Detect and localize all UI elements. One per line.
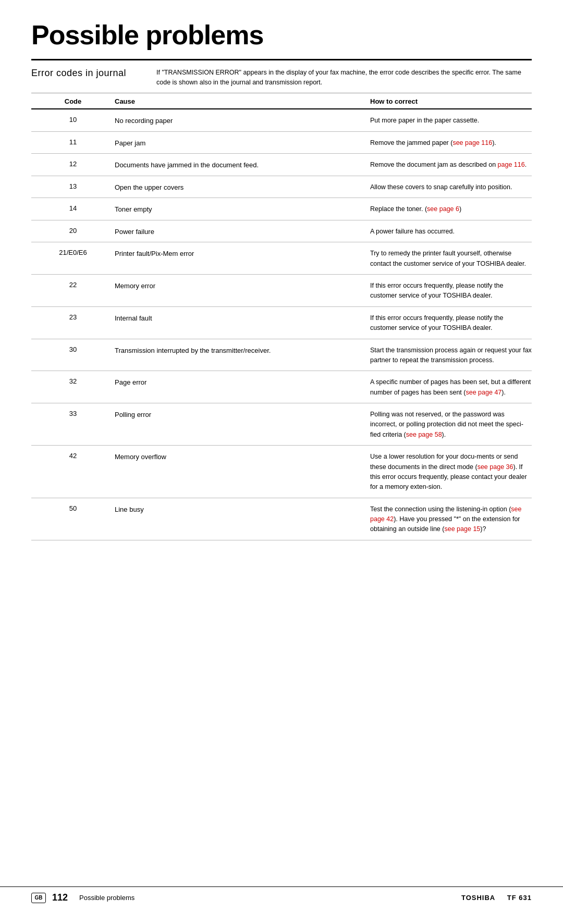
how-12: Remove the document jam as described on … bbox=[370, 159, 532, 170]
how-13: Allow these covers to snap carefully int… bbox=[370, 181, 532, 192]
code-42: 42 bbox=[31, 451, 115, 460]
header-code: Code bbox=[31, 97, 115, 105]
cause-20: Power failure bbox=[115, 226, 370, 237]
how-14: Replace the toner. (see page 6) bbox=[370, 203, 532, 214]
link-page47[interactable]: see page 47 bbox=[466, 389, 501, 396]
how-32: A specific number of pages has been set,… bbox=[370, 376, 532, 398]
cause-12: Documents have jammed in the document fe… bbox=[115, 159, 370, 170]
link-page58[interactable]: see page 58 bbox=[406, 431, 442, 438]
footer-page-number: 112 bbox=[52, 892, 68, 903]
cause-21: Printer fault/Pix-Mem error bbox=[115, 248, 370, 259]
link-page36[interactable]: see page 36 bbox=[478, 463, 513, 471]
code-13: 13 bbox=[31, 181, 115, 190]
code-10: 10 bbox=[31, 115, 115, 124]
how-22: If this error occurs frequently, please … bbox=[370, 280, 532, 301]
table-row: 11 Paper jam Remove the jammed paper (se… bbox=[31, 132, 532, 154]
error-codes-table: Code Cause How to correct 10 No recordin… bbox=[31, 93, 532, 540]
footer-left: GB 112 Possible problems bbox=[31, 892, 134, 903]
footer-section-label: Possible problems bbox=[79, 894, 134, 902]
code-21: 21/E0/E6 bbox=[31, 248, 115, 256]
header-cause: Cause bbox=[115, 97, 370, 105]
table-row: 50 Line busy Test the connection using t… bbox=[31, 498, 532, 540]
page-title: Possible problems bbox=[31, 21, 532, 50]
code-20: 20 bbox=[31, 226, 115, 235]
code-14: 14 bbox=[31, 203, 115, 212]
table-row: 23 Internal fault If this error occurs f… bbox=[31, 307, 532, 339]
section-title: Error codes in journal bbox=[31, 68, 156, 79]
code-50: 50 bbox=[31, 503, 115, 512]
how-11: Remove the jammed paper (see page 116). bbox=[370, 137, 532, 148]
table-header: Code Cause How to correct bbox=[31, 93, 532, 109]
link-page116a[interactable]: see page 116 bbox=[452, 139, 492, 146]
cause-32: Page error bbox=[115, 376, 370, 388]
link-page15[interactable]: see page 15 bbox=[444, 525, 480, 533]
table-row: 22 Memory error If this error occurs fre… bbox=[31, 275, 532, 307]
table-row: 10 No recording paper Put more paper in … bbox=[31, 109, 532, 132]
how-10: Put more paper in the paper cassette. bbox=[370, 115, 532, 126]
cause-50: Line busy bbox=[115, 503, 370, 515]
table-row: 42 Memory overflow Use a lower resolutio… bbox=[31, 446, 532, 498]
table-row: 32 Page error A specific number of pages… bbox=[31, 371, 532, 403]
how-21: Try to remedy the printer fault yourself… bbox=[370, 248, 532, 269]
cause-33: Polling error bbox=[115, 409, 370, 420]
section-header: Error codes in journal If "TRANSMISSION … bbox=[31, 60, 532, 94]
table-row: 12 Documents have jammed in the document… bbox=[31, 154, 532, 176]
link-page42[interactable]: see page 42 bbox=[370, 506, 521, 523]
section-description: If "TRANSMISSION ERROR" appears in the d… bbox=[156, 68, 532, 88]
code-33: 33 bbox=[31, 409, 115, 417]
cause-22: Memory error bbox=[115, 280, 370, 291]
how-42: Use a lower resolution for your docu-men… bbox=[370, 451, 532, 492]
page-footer: GB 112 Possible problems TOSHIBA TF 631 bbox=[0, 886, 563, 903]
cause-13: Open the upper covers bbox=[115, 181, 370, 193]
how-23: If this error occurs frequently, please … bbox=[370, 312, 532, 334]
cause-30: Transmission interrupted by the transmit… bbox=[115, 344, 370, 356]
code-23: 23 bbox=[31, 312, 115, 321]
table-row: 13 Open the upper covers Allow these cov… bbox=[31, 176, 532, 199]
code-12: 12 bbox=[31, 159, 115, 168]
table-row: 33 Polling error Polling was not reserve… bbox=[31, 403, 532, 446]
cause-23: Internal fault bbox=[115, 312, 370, 324]
cause-11: Paper jam bbox=[115, 137, 370, 149]
gb-badge: GB bbox=[31, 893, 46, 903]
table-row: 21/E0/E6 Printer fault/Pix-Mem error Try… bbox=[31, 242, 532, 275]
code-11: 11 bbox=[31, 137, 115, 146]
how-33: Polling was not reserved, or the passwor… bbox=[370, 409, 532, 440]
code-30: 30 bbox=[31, 344, 115, 353]
table-row: 14 Toner empty Replace the toner. (see p… bbox=[31, 198, 532, 220]
footer-brand: TOSHIBA bbox=[461, 894, 495, 902]
table-row: 20 Power failure A power failure has occ… bbox=[31, 220, 532, 243]
how-50: Test the connection using the listening-… bbox=[370, 503, 532, 535]
how-30: Start the transmission process again or … bbox=[370, 344, 532, 366]
link-page116b[interactable]: page 116 bbox=[498, 161, 525, 168]
how-20: A power failure has occurred. bbox=[370, 226, 532, 237]
code-22: 22 bbox=[31, 280, 115, 289]
footer-brand-model: TOSHIBA TF 631 bbox=[461, 894, 532, 902]
header-how-to-correct: How to correct bbox=[370, 97, 532, 105]
footer-model: TF 631 bbox=[507, 894, 532, 902]
cause-10: No recording paper bbox=[115, 115, 370, 126]
table-row: 30 Transmission interrupted by the trans… bbox=[31, 339, 532, 372]
link-page6[interactable]: see page 6 bbox=[427, 205, 459, 213]
cause-42: Memory overflow bbox=[115, 451, 370, 462]
cause-14: Toner empty bbox=[115, 203, 370, 215]
code-32: 32 bbox=[31, 376, 115, 385]
